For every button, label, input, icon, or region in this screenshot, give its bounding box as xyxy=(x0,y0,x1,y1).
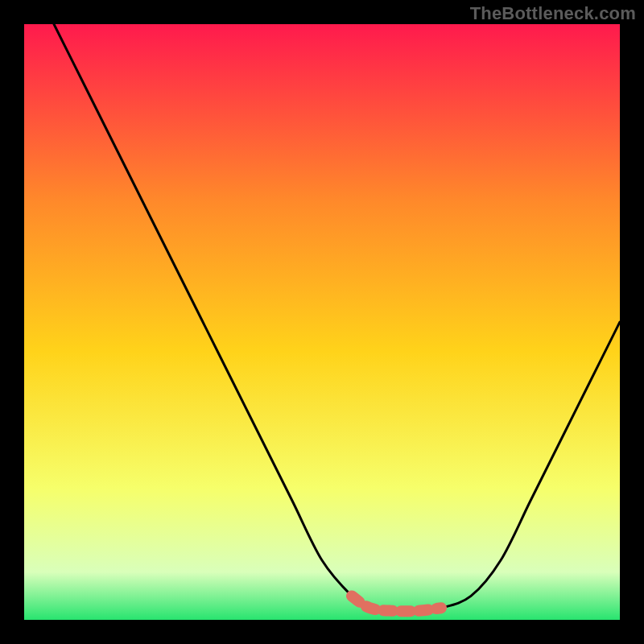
gradient-bg xyxy=(24,24,620,620)
chart-frame: TheBottleneck.com xyxy=(0,0,644,644)
plot-area xyxy=(24,24,620,620)
chart-svg xyxy=(24,24,620,620)
watermark-text: TheBottleneck.com xyxy=(470,3,636,24)
